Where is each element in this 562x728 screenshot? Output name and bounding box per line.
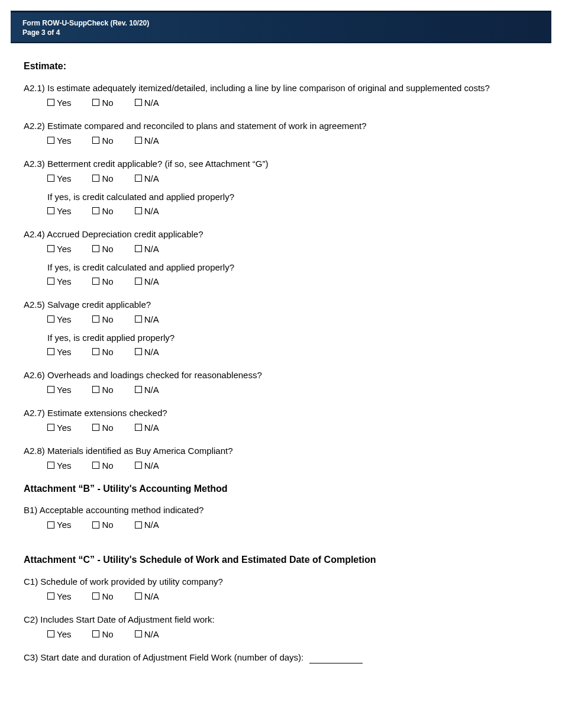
option-no[interactable]: No [92, 459, 113, 472]
option-yes[interactable]: Yes [47, 384, 71, 396]
checkbox-icon[interactable] [47, 245, 54, 252]
option-na[interactable]: N/A [135, 134, 159, 147]
question-a2-2: A2.2) Estimate compared and reconciled t… [24, 120, 538, 147]
checkbox-icon[interactable] [135, 99, 142, 106]
checkbox-icon[interactable] [135, 348, 142, 355]
checkbox-icon[interactable] [135, 521, 142, 529]
checkbox-icon[interactable] [92, 207, 99, 214]
checkbox-icon[interactable] [135, 207, 142, 214]
checkbox-icon[interactable] [135, 175, 142, 182]
option-yes[interactable]: Yes [47, 518, 71, 531]
option-na[interactable]: N/A [135, 205, 159, 217]
checkbox-icon[interactable] [47, 592, 54, 600]
option-na[interactable]: N/A [135, 590, 159, 603]
checkbox-icon[interactable] [135, 386, 142, 393]
option-no[interactable]: No [92, 384, 113, 396]
option-no[interactable]: No [92, 346, 113, 358]
option-label: No [102, 96, 113, 109]
checkbox-icon[interactable] [47, 137, 54, 144]
option-yes[interactable]: Yes [47, 628, 71, 640]
checkbox-icon[interactable] [135, 630, 142, 637]
option-no[interactable]: No [92, 134, 113, 147]
checkbox-icon[interactable] [47, 278, 54, 285]
checkbox-icon[interactable] [47, 348, 54, 355]
option-na[interactable]: N/A [135, 628, 159, 640]
section-estimate-title: Estimate: [24, 60, 538, 73]
option-na[interactable]: N/A [135, 243, 159, 255]
checkbox-icon[interactable] [92, 521, 99, 529]
option-yes[interactable]: Yes [47, 134, 71, 147]
checkbox-icon[interactable] [92, 175, 99, 182]
checkbox-icon[interactable] [47, 521, 54, 529]
checkbox-icon[interactable] [135, 245, 142, 252]
option-yes[interactable]: Yes [47, 590, 71, 603]
checkbox-icon[interactable] [47, 630, 54, 637]
option-label: Yes [57, 172, 71, 185]
checkbox-icon[interactable] [47, 99, 54, 106]
question-text: If yes, is credit applied properly? [47, 331, 538, 344]
option-no[interactable]: No [92, 275, 113, 288]
checkbox-icon[interactable] [47, 315, 54, 323]
option-label: N/A [144, 205, 159, 217]
checkbox-icon[interactable] [135, 592, 142, 600]
question-c1: C1) Schedule of work provided by utility… [24, 575, 538, 603]
option-no[interactable]: No [92, 421, 113, 434]
option-yes[interactable]: Yes [47, 275, 71, 288]
option-label: No [102, 243, 113, 255]
checkbox-icon[interactable] [47, 462, 54, 469]
checkbox-icon[interactable] [92, 315, 99, 323]
option-no[interactable]: No [92, 313, 113, 326]
question-a2-6: A2.6) Overheads and loadings checked for… [24, 369, 538, 396]
option-no[interactable]: No [92, 205, 113, 217]
option-no[interactable]: No [92, 518, 113, 531]
checkbox-icon[interactable] [92, 278, 99, 285]
option-no[interactable]: No [92, 172, 113, 185]
option-na[interactable]: N/A [135, 275, 159, 288]
option-label: No [102, 518, 113, 531]
option-na[interactable]: N/A [135, 313, 159, 326]
option-no[interactable]: No [92, 243, 113, 255]
option-yes[interactable]: Yes [47, 205, 71, 217]
option-yes[interactable]: Yes [47, 243, 71, 255]
option-yes[interactable]: Yes [47, 172, 71, 185]
checkbox-icon[interactable] [47, 207, 54, 214]
option-na[interactable]: N/A [135, 346, 159, 358]
checkbox-icon[interactable] [92, 424, 99, 431]
option-na[interactable]: N/A [135, 459, 159, 472]
checkbox-icon[interactable] [135, 278, 142, 285]
checkbox-icon[interactable] [92, 245, 99, 252]
checkbox-icon[interactable] [135, 424, 142, 431]
option-yes[interactable]: Yes [47, 421, 71, 434]
option-no[interactable]: No [92, 96, 113, 109]
option-yes[interactable]: Yes [47, 459, 71, 472]
checkbox-icon[interactable] [135, 315, 142, 323]
option-label: No [102, 313, 113, 326]
checkbox-icon[interactable] [47, 175, 54, 182]
option-no[interactable]: No [92, 628, 113, 640]
checkbox-icon[interactable] [92, 137, 99, 144]
form-header: Form ROW-U-SuppCheck (Rev. 10/20) Page 3… [11, 11, 551, 43]
option-yes[interactable]: Yes [47, 346, 71, 358]
question-text: A2.4) Accrued Depreciation credit applic… [24, 228, 538, 240]
option-na[interactable]: N/A [135, 518, 159, 531]
checkbox-icon[interactable] [47, 424, 54, 431]
option-no[interactable]: No [92, 590, 113, 603]
option-na[interactable]: N/A [135, 172, 159, 185]
option-yes[interactable]: Yes [47, 313, 71, 326]
option-na[interactable]: N/A [135, 384, 159, 396]
checkbox-icon[interactable] [135, 137, 142, 144]
checkbox-icon[interactable] [92, 348, 99, 355]
checkbox-icon[interactable] [47, 386, 54, 393]
option-label: No [102, 205, 113, 217]
checkbox-icon[interactable] [92, 630, 99, 637]
option-na[interactable]: N/A [135, 421, 159, 434]
checkbox-icon[interactable] [135, 462, 142, 469]
option-yes[interactable]: Yes [47, 96, 71, 109]
days-input-line[interactable] [309, 653, 363, 663]
question-text: If yes, is credit calculated and applied… [47, 261, 538, 273]
checkbox-icon[interactable] [92, 386, 99, 393]
option-na[interactable]: N/A [135, 96, 159, 109]
checkbox-icon[interactable] [92, 99, 99, 106]
checkbox-icon[interactable] [92, 592, 99, 600]
checkbox-icon[interactable] [92, 462, 99, 469]
